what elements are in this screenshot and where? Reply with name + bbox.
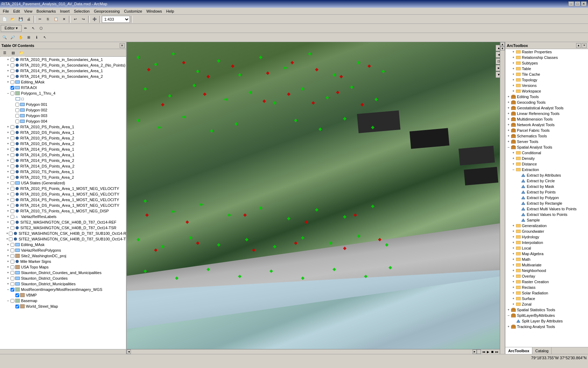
tb-expand-tb16[interactable]: + <box>507 134 510 138</box>
toc-item-l39[interactable]: +Staunton_District_Counties <box>0 275 126 281</box>
toc-item-l6[interactable]: RITA AOI <box>0 85 126 90</box>
toc-item-l36[interactable]: +Mile Marker Signs <box>0 259 126 264</box>
tb-expand-tb40[interactable]: + <box>512 269 515 272</box>
tb-item-tb34[interactable]: +Hydrology <box>505 234 588 240</box>
expand-btn-l33[interactable]: + <box>6 243 10 246</box>
tb-item-tb23[interactable]: Extract by Attributes <box>505 172 588 178</box>
toc-item-l10[interactable]: Polygon 003 <box>0 113 126 118</box>
toc-item-l33[interactable]: +Editing_MAsk <box>0 242 126 247</box>
expand-btn-l17[interactable]: + <box>6 153 10 157</box>
tb-expand-tb47[interactable]: + <box>507 308 510 312</box>
expand-btn-l7[interactable]: – <box>6 91 10 95</box>
tb-item-tb29[interactable]: Extract Multi Values to Points <box>505 206 588 212</box>
menu-item-bookmarks[interactable]: Bookmarks <box>34 8 58 14</box>
expand-btn-l24[interactable]: + <box>6 192 10 196</box>
checkbox-l13[interactable] <box>10 131 14 135</box>
tb-item-tb1[interactable]: +Raster Properties <box>505 49 588 55</box>
save-button[interactable]: 💾 <box>17 15 24 23</box>
checkbox-l21[interactable] <box>10 176 14 179</box>
tb-item-tb48[interactable]: –SplitLayerByAttributes <box>505 313 588 318</box>
expand-btn-l23[interactable]: + <box>6 187 10 190</box>
tb-expand-tb13[interactable]: + <box>507 117 510 121</box>
checkbox-l5[interactable] <box>10 80 14 84</box>
toc-item-l18[interactable]: +RITA_2014_PS_Points_Area_2 <box>0 158 126 163</box>
expand-btn-l39[interactable]: + <box>6 277 10 280</box>
tb-expand-tb34[interactable]: + <box>512 235 515 239</box>
checkbox-l26[interactable] <box>10 204 14 207</box>
checkbox-l12[interactable] <box>10 125 14 129</box>
tb-item-tb43[interactable]: +Reclass <box>505 285 588 290</box>
tb-item-tb38[interactable]: +Math <box>505 257 588 262</box>
toc-item-l38[interactable]: +Staunton_District_Counties_and_Municipa… <box>0 270 126 275</box>
map-vscroll[interactable]: ▲ ▼ <box>500 42 505 354</box>
tb-item-tb32[interactable]: +Generalization <box>505 223 588 229</box>
checkbox-l4[interactable] <box>10 75 14 79</box>
expand-btn-l5[interactable]: + <box>6 80 10 84</box>
menu-item-windows[interactable]: Windows <box>144 8 164 14</box>
tb-item-tb11[interactable]: +Geostatistical Analyst Tools <box>505 105 588 111</box>
toc-item-l40[interactable]: +Staunton_District_Municipalities <box>0 281 126 287</box>
tb-item-tb49[interactable]: Split Layer By Attributes <box>505 318 588 324</box>
checkbox-l27[interactable] <box>10 209 14 213</box>
checkbox-l38[interactable] <box>10 271 14 275</box>
undo-button[interactable]: ↩ <box>71 15 79 23</box>
maximize-button[interactable]: □ <box>575 1 580 6</box>
identify-button[interactable]: ℹ <box>33 34 41 41</box>
tb-expand-tb41[interactable]: + <box>512 274 515 278</box>
tb-item-tb12[interactable]: +Linear Referencing Tools <box>505 111 588 116</box>
checkbox-l37[interactable] <box>10 265 14 269</box>
tb-item-tb26[interactable]: Extract by Points <box>505 189 588 195</box>
expand-btn-l21[interactable]: + <box>6 176 10 179</box>
tb-expand-tb11[interactable]: + <box>507 106 510 110</box>
tab-arctoolbox[interactable]: ArcToolbox <box>505 347 532 354</box>
expand-btn-l18[interactable]: + <box>6 159 10 162</box>
reshape-tool[interactable]: ⬡ <box>37 25 45 32</box>
toc-item-l20[interactable]: +RITA_2010_TS_Points_Area_1 <box>0 169 126 175</box>
expand-btn-l31[interactable]: + <box>6 232 8 235</box>
expand-btn-l13[interactable]: + <box>6 131 10 134</box>
tb-item-tb50[interactable]: +Tracking Analyst Tools <box>505 324 588 329</box>
paste-button[interactable]: 📋 <box>52 15 60 23</box>
checkbox-l19[interactable] <box>10 164 14 168</box>
checkbox-l41[interactable] <box>10 288 14 292</box>
toc-item-l34[interactable]: +VaHazReIResPolygons <box>0 247 126 253</box>
tb-item-tb35[interactable]: +Interpolation <box>505 240 588 245</box>
tb-item-tb19[interactable]: +Conditional <box>505 150 588 156</box>
tb-item-tb45[interactable]: +Surface <box>505 296 588 301</box>
checkbox-l8[interactable] <box>15 103 19 107</box>
checkbox-l40[interactable] <box>10 282 14 286</box>
menu-item-insert[interactable]: Insert <box>58 8 72 14</box>
edit-tool[interactable]: ↖ <box>29 25 37 32</box>
toc-item-l2[interactable]: +RITA_2010_PS_Points_in_Secondaries_Area… <box>0 62 126 68</box>
tb-expand-tb17[interactable]: + <box>507 140 510 143</box>
checkbox-l9[interactable] <box>15 108 19 112</box>
tb-item-tb46[interactable]: +Zonal <box>505 301 588 307</box>
checkbox-l7[interactable] <box>10 91 14 95</box>
toc-item-l11[interactable]: Polygon 004 <box>0 118 126 124</box>
toc-item-l43[interactable]: World_Street_Map <box>0 304 126 309</box>
tb-expand-tb15[interactable]: + <box>507 129 510 132</box>
checkbox-l3[interactable] <box>10 69 14 73</box>
expand-btn-l3[interactable]: + <box>6 69 10 73</box>
tb-expand-tb6[interactable]: + <box>512 78 515 82</box>
toc-item-l15[interactable]: +RITA_2010_DS_Points_Area_2 <box>0 141 126 146</box>
expand-btn-l36[interactable]: + <box>6 260 10 263</box>
menu-item-customize[interactable]: Customize <box>122 8 144 14</box>
copy-button[interactable]: ⎘ <box>44 15 52 23</box>
expand-btn-l42[interactable]: – <box>6 299 10 302</box>
toc-item-l27[interactable]: +RITA_2010_TS_Points_Area_1_MOST_NEG_DIS… <box>0 208 126 214</box>
tb-item-tb25[interactable]: Extract by Mask <box>505 184 588 189</box>
tb-item-tb31[interactable]: Sample <box>505 217 588 223</box>
tb-expand-tb20[interactable]: + <box>512 157 515 160</box>
menu-item-geoprocessing[interactable]: Geoprocessing <box>92 8 122 14</box>
checkbox-l42[interactable] <box>10 299 14 303</box>
tb-item-tb28[interactable]: Extract by Rectangle <box>505 200 588 206</box>
tb-expand-tb22[interactable]: – <box>512 168 515 171</box>
tb-item-tb16[interactable]: +Schematics Tools <box>505 133 588 139</box>
tb-expand-tb7[interactable]: + <box>512 84 515 87</box>
checkbox-l1[interactable] <box>10 58 14 62</box>
toc-item-l31[interactable]: +SITE2_WASHINGTON_CSK_H40B_D_T87_SUB100_… <box>0 231 126 236</box>
playback-back[interactable]: ⏮ <box>482 350 485 354</box>
toc-item-l3[interactable]: +RITA_2014_PS_Points_in_Secondaries_Area… <box>0 68 126 74</box>
tb-item-tb22[interactable]: –Extraction <box>505 167 588 172</box>
